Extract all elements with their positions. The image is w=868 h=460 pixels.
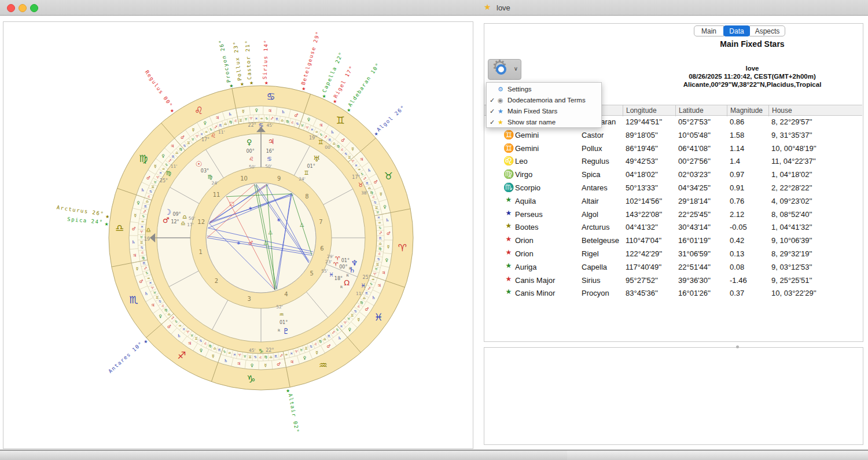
star-icon: ★	[498, 119, 503, 126]
magnitude-cell: 0.97	[730, 170, 744, 179]
svg-text:♏: ♏	[274, 354, 278, 358]
table-row[interactable]: ★BootesArcturus04°41'32''30°43'14''-0.05…	[484, 221, 862, 234]
svg-text:★: ★	[286, 388, 290, 393]
svg-text:♑: ♑	[142, 214, 145, 218]
tab-data[interactable]: Data	[723, 25, 750, 36]
latitude-cell: 22°25'45''	[678, 210, 711, 219]
constellation-cell: Gemini	[515, 131, 539, 139]
svg-text:♎: ♎	[281, 118, 284, 122]
menu-item-dodecatemoria-and-terms[interactable]: ✓◉Dodecatemoria and Terms	[487, 95, 601, 106]
svg-text:♃: ♃	[268, 108, 272, 113]
table-row[interactable]: ♌LeoRegulus49°42'53''00°27'56''1.411, 04…	[484, 155, 862, 168]
constellation-cell: Aquila	[515, 197, 536, 205]
svg-text:♒: ♒	[315, 130, 318, 134]
svg-text:♃: ♃	[290, 359, 294, 365]
table-row[interactable]: ♍VirgoSpica04°18'02''02°03'23''0.971, 04…	[484, 168, 862, 182]
star-icon: ★	[502, 248, 515, 256]
svg-text:♏: ♏	[219, 123, 223, 127]
svg-text:♌: ♌	[378, 252, 381, 256]
svg-text:♒: ♒	[162, 167, 165, 171]
svg-text:17': 17'	[187, 222, 194, 227]
svg-text:♒: ♒	[260, 116, 263, 120]
constellation-cell: Gemini	[515, 144, 539, 153]
table-row[interactable]: ★Canis MinorProcyon83°45'36''16°01'26''0…	[484, 287, 862, 300]
svg-text:♌: ♌	[357, 304, 360, 308]
svg-text:♊: ♊	[156, 295, 159, 299]
svg-text:♃: ♃	[215, 115, 219, 120]
table-row[interactable]: ♊GeminiCastor89°18'05''10°05'48''1.589, …	[484, 129, 862, 142]
svg-text:♉: ♉	[192, 137, 194, 141]
table-row[interactable]: ★AquilaAltair102°14'56''29°18'14''0.764,…	[484, 195, 862, 208]
table-row[interactable]: ★OrionBetelgeuse110°47'04''16°01'19''0.4…	[484, 234, 862, 248]
svg-text:9: 9	[277, 175, 281, 182]
svg-text:♈: ♈	[249, 116, 253, 120]
chart-name: love	[642, 65, 862, 72]
svg-text:♍: ♍	[179, 147, 182, 152]
splitter-handle[interactable]	[736, 345, 739, 348]
svg-text:♏: ♏	[366, 181, 369, 185]
zodiac-glyph-icon: ♌	[502, 156, 515, 166]
house-cell: 9, 25°25'51''	[771, 276, 812, 285]
minimize-button[interactable]	[19, 4, 27, 12]
svg-text:♐: ♐	[279, 354, 282, 358]
svg-text:☿: ☿	[264, 363, 267, 368]
svg-text:♃: ♃	[319, 123, 323, 128]
svg-text:♊: ♊	[336, 115, 344, 126]
svg-text:♈: ♈	[306, 126, 309, 130]
chart-datetime: 08/26/2025 11:20:42, CEST(GMT+2h00m)	[642, 73, 862, 80]
svg-text:♄: ♄	[385, 218, 389, 223]
close-button[interactable]	[7, 4, 15, 12]
menu-item-main-fixed-stars[interactable]: ✓★Main Fixed Stars	[487, 106, 601, 117]
tab-main[interactable]: Main	[694, 25, 724, 36]
zoom-button[interactable]	[30, 4, 38, 12]
svg-text:♎: ♎	[213, 346, 216, 350]
table-row[interactable]: ★PerseusAlgol143°22'08''22°25'45''2.128,…	[484, 208, 862, 222]
svg-text:♂: ♂	[163, 216, 170, 225]
table-row[interactable]: ★OrionRigel122°42'29''31°06'59''0.138, 2…	[484, 248, 862, 261]
svg-text:☿: ☿	[134, 213, 137, 218]
svg-text:♒: ♒	[279, 311, 284, 318]
svg-text:∗: ∗	[237, 240, 241, 246]
star-cell: Spica	[582, 170, 601, 179]
latitude-cell: 04°34'25''	[678, 183, 711, 192]
table-row[interactable]: ♊GeminiPollux86°19'46''06°41'08''1.1410,…	[484, 142, 862, 156]
magnitude-cell: 0.42	[730, 236, 744, 245]
svg-text:♏: ♏	[143, 261, 146, 265]
constellation-cell: Canis Minor	[515, 289, 555, 297]
svg-text:△: △	[264, 240, 268, 245]
magnitude-cell: 0.13	[730, 249, 744, 258]
house-cell: 9, 03°12'53''	[771, 263, 812, 271]
svg-text:♊: ♊	[348, 155, 351, 159]
chart-options-button[interactable]: ⚙ ∨	[488, 59, 521, 80]
svg-text:♋: ♋	[183, 143, 186, 148]
svg-text:♎: ♎	[363, 296, 366, 300]
constellation-cell: Scorpio	[515, 183, 540, 192]
svg-text:♄: ♄	[372, 295, 376, 300]
star-icon: ★	[502, 288, 515, 296]
svg-text:♎: ♎	[146, 199, 149, 203]
svg-text:♄: ♄	[141, 187, 145, 193]
svg-text:10: 10	[240, 175, 248, 182]
svg-text:♏: ♏	[218, 348, 222, 352]
svg-text:♊: ♊	[239, 118, 242, 122]
svg-text:♉: ♉	[384, 170, 393, 182]
table-row[interactable]: ♏ScorpioAntares50°13'33''04°34'25''0.912…	[484, 182, 862, 195]
titlebar: ★ love	[0, 0, 868, 16]
menu-item-show-star-name[interactable]: ✓★Show star name	[487, 117, 601, 128]
tab-aspects[interactable]: Aspects	[749, 25, 785, 36]
svg-text:♄: ♄	[281, 109, 285, 115]
table-row[interactable]: ★AurigaCapella117°40'49''22°51'44''0.089…	[484, 261, 862, 274]
svg-text:♄: ♄	[349, 266, 356, 274]
svg-text:♍: ♍	[319, 339, 322, 344]
svg-text:♊: ♊	[375, 205, 378, 209]
menu-item-settings[interactable]: ⚙Settings	[487, 84, 601, 95]
table-row[interactable]: ★Canis MajorSirius95°27'52''39°36'30''-1…	[484, 274, 862, 288]
svg-text:♍: ♍	[208, 174, 213, 180]
svg-text:♏: ♏	[365, 291, 369, 295]
svg-text:♑: ♑	[319, 133, 322, 137]
svg-text:♐: ♐	[367, 286, 370, 290]
svg-text:22°: 22°	[266, 348, 274, 353]
svg-text:00°: 00°	[247, 149, 255, 154]
checkmark-icon: ✓	[490, 108, 495, 115]
chart-options-menu: ⚙Settings✓◉Dodecatemoria and Terms✓★Main…	[486, 82, 602, 128]
